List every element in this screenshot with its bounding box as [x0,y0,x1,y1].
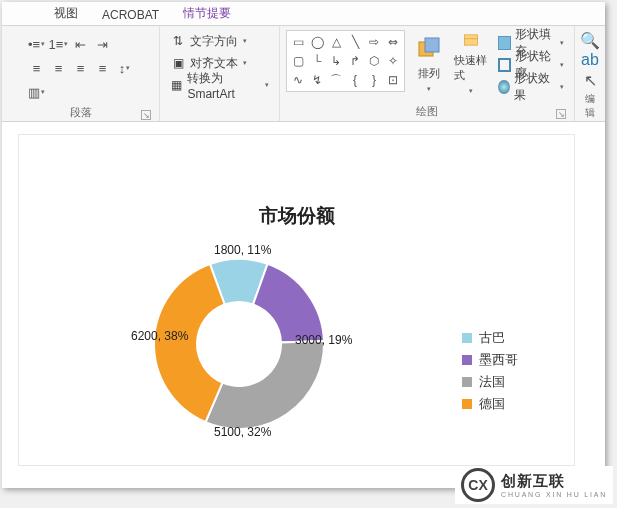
chart-legend: 古巴 墨西哥 法国 德国 [462,327,518,415]
svg-rect-1 [425,38,439,52]
watermark-py: CHUANG XIN HU LIAN [501,491,607,498]
legend-label-2: 法国 [479,374,505,391]
select-button[interactable]: ↖ [580,70,600,90]
justify-button[interactable]: ≡ [93,58,113,78]
svg-rect-2 [464,35,477,45]
shape-elbow-icon[interactable]: └ [308,52,326,70]
tab-view[interactable]: 视图 [42,1,90,25]
chart-title: 市场份额 [19,203,574,229]
shape-effects-button[interactable]: 形状效果▾ [494,76,568,98]
data-label-0: 1800, 11% [214,243,271,257]
shape-brace-r-icon[interactable]: } [365,71,383,89]
tab-acrobat[interactable]: ACROBAT [90,4,171,25]
shape-brace-l-icon[interactable]: { [346,71,364,89]
quick-styles-icon [457,31,485,49]
align-left-button[interactable]: ≡ [27,58,47,78]
columns-button[interactable]: ▥▾ [27,82,47,102]
legend-label-0: 古巴 [479,330,505,347]
group-paragraph: •≡▾ 1≡▾ ⇤ ⇥ ≡ ≡ ≡ ≡ ↕▾ ▥▾ [2,26,160,121]
tab-storyboard[interactable]: 情节提要 [171,1,243,25]
shape-star-icon[interactable]: ✧ [384,52,402,70]
shape-hex-icon[interactable]: ⬡ [365,52,383,70]
group-editing: 🔍 ab ↖ 编辑 [575,26,605,121]
smartart-icon: ▦ [170,77,183,93]
watermark-logo: CX 创新互联 CHUANG XIN HU LIAN [455,466,613,504]
group-drawing-label: 绘图 ↘ [286,102,568,121]
text-direction-button[interactable]: ⇅ 文字方向▾ [166,30,251,52]
indent-decrease-button[interactable]: ⇤ [71,34,91,54]
legend-item-3: 德国 [462,393,518,415]
data-label-3: 6200, 38% [131,329,188,343]
shape-effects-icon [498,80,510,94]
legend-swatch-0 [462,333,472,343]
chart-area: 1800, 11% 3000, 19% 5100, 32% 6200, 38% … [19,229,574,489]
legend-label-3: 德国 [479,396,505,413]
text-direction-icon: ⇅ [170,33,186,49]
numbering-button[interactable]: 1≡▾ [49,34,69,54]
legend-label-1: 墨西哥 [479,352,518,369]
data-label-1: 3000, 19% [295,333,352,347]
shape-more-icon[interactable]: ⊡ [384,71,402,89]
ribbon-tabs: 视图 ACROBAT 情节提要 [2,2,605,26]
shape-arc-icon[interactable]: ⌒ [327,71,345,89]
group-editing-label: 编辑 [581,90,599,121]
convert-smartart-button[interactable]: ▦ 转换为 SmartArt▾ [166,74,273,96]
arrange-icon [415,34,443,62]
legend-swatch-2 [462,377,472,387]
quick-styles-button[interactable]: 快速样式▾ [453,30,489,96]
group-paragraph-label: 段落 ↘ [8,103,153,122]
shape-arrow-icon[interactable]: ⇨ [365,33,383,51]
line-spacing-button[interactable]: ↕▾ [115,58,135,78]
align-center-button[interactable]: ≡ [49,58,69,78]
arrange-button[interactable]: 排列▾ [411,30,447,96]
group-drawing: ▭ ◯ △ ╲ ⇨ ⇔ ▢ └ ↳ ↱ ⬡ ✧ ∿ ↯ ⌒ { } [280,26,575,121]
shape-rconn-icon[interactable]: ↱ [346,52,364,70]
app-window: 视图 ACROBAT 情节提要 •≡▾ 1≡▾ ⇤ ⇥ ≡ ≡ ≡ [2,2,605,488]
shape-free-icon[interactable]: ↯ [308,71,326,89]
watermark-mark: CX [461,468,495,502]
group-text-tools: ⇅ 文字方向▾ ▣ 对齐文本▾ ▦ 转换为 SmartArt▾ . [160,26,280,121]
legend-item-1: 墨西哥 [462,349,518,371]
shape-rect-icon[interactable]: ▭ [289,33,307,51]
shape-outline-icon [498,58,510,72]
shape-oval-icon[interactable]: ◯ [308,33,326,51]
shapes-gallery[interactable]: ▭ ◯ △ ╲ ⇨ ⇔ ▢ └ ↳ ↱ ⬡ ✧ ∿ ↯ ⌒ { } [286,30,405,92]
shape-curve-icon[interactable]: ∿ [289,71,307,89]
ribbon: •≡▾ 1≡▾ ⇤ ⇥ ≡ ≡ ≡ ≡ ↕▾ ▥▾ [2,26,605,122]
align-text-icon: ▣ [170,55,186,71]
legend-swatch-1 [462,355,472,365]
shape-lconn-icon[interactable]: ↳ [327,52,345,70]
shape-fill-icon [498,36,510,50]
find-button[interactable]: 🔍 [580,30,600,50]
donut-slice-2[interactable] [206,341,324,429]
replace-button[interactable]: ab [580,50,600,70]
paragraph-launcher-icon[interactable]: ↘ [141,110,151,120]
shape-line-icon[interactable]: ╲ [346,33,364,51]
legend-swatch-3 [462,399,472,409]
legend-item-2: 法国 [462,371,518,393]
drawing-launcher-icon[interactable]: ↘ [556,109,566,119]
data-label-2: 5100, 32% [214,425,271,439]
shape-doublearrow-icon[interactable]: ⇔ [384,33,402,51]
slide-canvas[interactable]: 市场份额 1800, 11% 3000, 19% 5100, 32% 6200,… [18,134,575,466]
donut-slice-1[interactable] [253,264,324,343]
shape-rrect-icon[interactable]: ▢ [289,52,307,70]
donut-slice-3[interactable] [154,264,225,422]
align-right-button[interactable]: ≡ [71,58,91,78]
legend-item-0: 古巴 [462,327,518,349]
indent-increase-button[interactable]: ⇥ [93,34,113,54]
shape-triangle-icon[interactable]: △ [327,33,345,51]
bullets-button[interactable]: •≡▾ [27,34,47,54]
watermark-zh: 创新互联 [501,472,607,491]
